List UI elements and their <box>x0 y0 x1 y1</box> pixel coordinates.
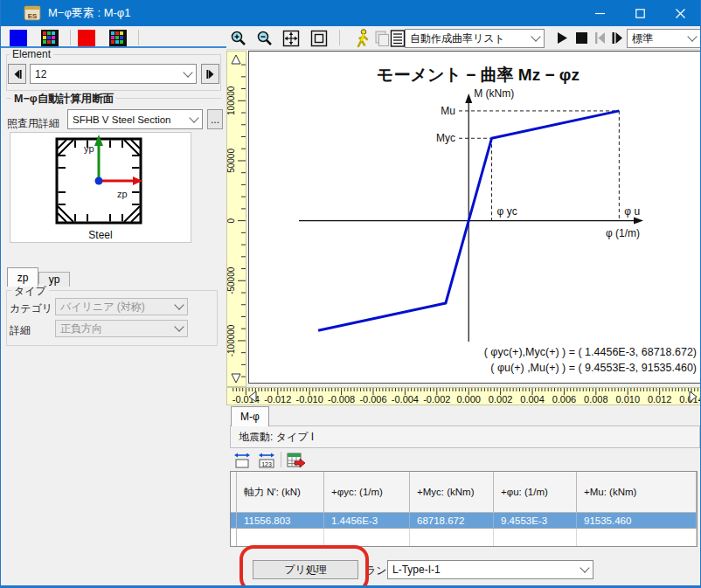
app-window: ES M−φ要素 : M-φ1 <box>0 0 701 588</box>
run-analysis-button[interactable] <box>353 29 372 47</box>
color-grid-icon <box>41 30 59 47</box>
mode-value: 標準 <box>632 31 653 46</box>
red-section-button[interactable] <box>77 29 96 47</box>
zoom-fit-button[interactable] <box>281 29 301 47</box>
tab-m-phi-label: M-φ <box>240 411 260 423</box>
axis-tick-label: 0.004 <box>520 394 545 405</box>
zp-axis-label: zp <box>117 189 128 199</box>
x-axis-label: φ (1/m) <box>606 227 640 239</box>
preprocess-button[interactable]: プリ処理 <box>253 560 358 579</box>
phi-yc-label: φ yc <box>497 205 517 218</box>
run-select[interactable]: L-Type-I-1 <box>387 560 593 579</box>
yp-axis-label: yp <box>84 143 94 154</box>
axis-tick-label: -50000 <box>227 266 236 294</box>
table-row: 軸力 N': (kN)+φyc: (1/m)+Myc: (kNm)+φu: (1… <box>231 472 697 513</box>
titlebar: ES M−φ要素 : M-φ1 <box>1 0 700 26</box>
type-detail-select-disabled: 正負方向 <box>55 320 188 337</box>
table-cell[interactable]: 68718.672 <box>410 513 494 529</box>
column-header[interactable]: +Myc: (kNm) <box>410 472 494 513</box>
section-group-label: M−φ自動計算用断面 <box>11 92 116 107</box>
color-grid-icon <box>109 30 127 47</box>
tab-m-phi[interactable]: M-φ <box>231 406 269 426</box>
run-value: L-Type-I-1 <box>392 564 441 576</box>
table-cell[interactable]: 91535.460 <box>577 513 697 529</box>
zoom-window-button[interactable] <box>309 29 329 47</box>
zp-axis-arrow <box>99 176 142 185</box>
step-back-button-disabled <box>592 29 607 47</box>
row-selector-strip[interactable] <box>231 472 237 513</box>
seismic-type-bar: 地震動: タイプ I <box>230 425 700 448</box>
mode-select[interactable]: 標準 <box>627 29 701 48</box>
zoom-in-icon <box>230 30 247 47</box>
column-header[interactable]: 軸力 N': (kN) <box>237 472 324 513</box>
section-preview-panel: yp zp Steel <box>10 132 191 243</box>
column-header[interactable]: +φyc: (1/m) <box>324 472 410 513</box>
tab-yp-label: yp <box>49 273 60 286</box>
chart-horizontal-ruler[interactable]: -0.014-0.012-0.010-0.008-0.006-0.004-0.0… <box>226 387 701 405</box>
zoom-out-button[interactable] <box>255 29 274 47</box>
minimize-button[interactable] <box>580 0 620 26</box>
stop-button[interactable] <box>573 29 589 47</box>
seismic-type-label: 地震動: タイプ I <box>239 430 314 445</box>
element-value: 12 <box>35 68 46 80</box>
chevron-down-icon <box>531 31 540 41</box>
running-person-icon <box>354 29 371 48</box>
table-cell[interactable]: 11556.803 <box>237 513 324 529</box>
step-back-icon <box>12 69 23 80</box>
section-detail-select[interactable]: SFHB V Steel Section <box>67 109 203 129</box>
next-element-button[interactable] <box>201 64 219 84</box>
myc-label: Myc <box>436 132 455 144</box>
y-axis-arrow <box>465 93 472 103</box>
red-section-list-button[interactable] <box>108 29 128 47</box>
axis-tick-label: 0.006 <box>552 394 577 405</box>
app-icon: ES <box>24 4 41 22</box>
step-forward-icon <box>205 69 216 80</box>
step-forward-button[interactable] <box>608 29 624 47</box>
row-selector-strip[interactable] <box>231 513 237 529</box>
element-select[interactable]: 12 <box>30 64 197 84</box>
toolbar-separator <box>70 30 71 45</box>
axis-tick-label: 0.008 <box>584 394 608 405</box>
minimize-icon <box>595 9 605 18</box>
table-row-selected[interactable]: 11556.8031.4456E-368718.6729.4553E-39153… <box>231 513 697 529</box>
play-button[interactable] <box>554 29 570 47</box>
scroll-up-arrow-icon[interactable] <box>232 55 240 64</box>
tab-zp[interactable]: zp <box>7 267 38 287</box>
previous-element-button[interactable] <box>8 64 26 84</box>
column-width-123-icon: 123 <box>258 452 275 469</box>
table-cell-empty <box>577 529 697 546</box>
fit-column-width-numbers-button[interactable]: 123 <box>256 451 276 469</box>
axis-tick-label: -100000 <box>227 324 236 356</box>
stop-icon <box>576 32 587 44</box>
maximize-button[interactable] <box>620 0 660 26</box>
browse-section-button[interactable]: ... <box>207 109 223 129</box>
section-detail-value: SFHB V Steel Section <box>73 114 171 125</box>
table-cell[interactable]: 1.4456E-3 <box>324 513 410 529</box>
fit-column-width-button[interactable] <box>232 451 252 469</box>
export-table-button[interactable] <box>286 451 306 469</box>
row-selector-strip[interactable] <box>231 529 237 546</box>
axis-tick-label: 0.012 <box>648 394 672 405</box>
table-cell-empty <box>410 529 494 546</box>
chart-vertical-ruler[interactable]: -100000-50000050000100000 <box>226 51 246 387</box>
column-header[interactable]: +Mu: (kNm) <box>577 472 697 513</box>
chart-annotation: ( φyc(+),Myc(+) ) = ( 1.4456E-3, 68718.6… <box>484 346 697 358</box>
element-group-label: Element <box>10 48 53 60</box>
table-cell[interactable]: 9.4553E-3 <box>494 513 577 529</box>
zoom-in-button[interactable] <box>229 29 248 47</box>
axis-tick-label: 0.010 <box>615 394 640 405</box>
axis-tick-label: -0.006 <box>359 394 386 405</box>
scroll-down-arrow-icon[interactable] <box>232 374 240 383</box>
result-panel: M-φ 地震動: タイプ I 123 <box>226 405 700 585</box>
blue-section-button[interactable] <box>9 29 28 47</box>
close-icon <box>676 9 685 18</box>
column-header[interactable]: +φu: (1/m) <box>494 472 577 513</box>
play-icon <box>556 31 568 45</box>
zoom-region-icon <box>310 30 328 47</box>
blue-section-list-button[interactable] <box>40 29 59 47</box>
maximize-icon <box>635 9 645 18</box>
toolbar-separator <box>281 452 281 467</box>
close-button[interactable] <box>660 0 700 26</box>
axis-tick-label: 0.002 <box>489 394 513 405</box>
curvature-list-select[interactable]: 自動作成曲率リスト <box>405 29 545 48</box>
